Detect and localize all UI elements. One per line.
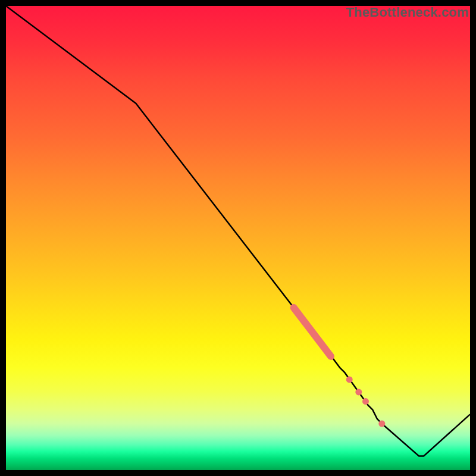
chart-overlay <box>6 6 470 470</box>
data-point-marker <box>355 389 362 395</box>
data-point-marker <box>378 421 385 427</box>
data-point-marker <box>362 398 369 405</box>
data-point-marker <box>346 376 353 383</box>
plot-area <box>6 6 470 470</box>
data-highlight-segment <box>294 308 331 356</box>
chart-frame: TheBottleneck.com <box>0 0 476 476</box>
bottleneck-curve <box>6 6 470 456</box>
